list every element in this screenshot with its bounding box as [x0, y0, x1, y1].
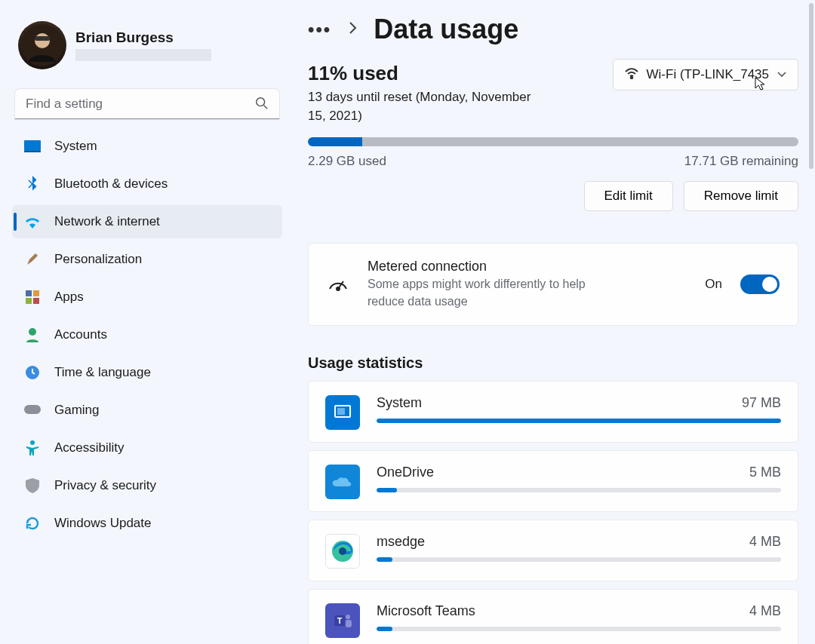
person-icon [24, 327, 41, 343]
svg-point-14 [30, 440, 35, 445]
system-app-icon [325, 395, 360, 430]
svg-rect-7 [26, 290, 32, 296]
sidebar-item-update[interactable]: Windows Update [12, 507, 282, 540]
app-usage-bar [377, 419, 781, 423]
metered-title: Metered connection [368, 259, 687, 274]
sidebar-item-apps[interactable]: Apps [12, 281, 282, 314]
app-value: 5 MB [749, 465, 781, 480]
sidebar-item-label: Gaming [54, 403, 100, 418]
toggle-state-label: On [705, 277, 722, 292]
usage-summary: 11% used 13 days until reset (Monday, No… [308, 62, 798, 211]
clock-icon [24, 364, 41, 381]
svg-rect-8 [33, 290, 39, 296]
update-icon [24, 515, 41, 532]
sidebar-item-label: Time & language [54, 365, 151, 380]
sidebar-item-bluetooth[interactable]: Bluetooth & devices [12, 167, 282, 201]
svg-rect-5 [24, 140, 41, 151]
remove-limit-button[interactable]: Remove limit [684, 181, 798, 211]
edge-icon [325, 534, 360, 569]
toggle-knob [762, 277, 777, 292]
system-icon [24, 138, 41, 155]
metered-sub: Some apps might work differently to help… [368, 276, 609, 310]
sidebar-item-accessibility[interactable]: Accessibility [12, 431, 282, 465]
gauge-icon [327, 274, 349, 295]
svg-rect-19 [337, 408, 345, 415]
usage-stats-heading: Usage statistics [308, 354, 798, 372]
search-input[interactable] [15, 89, 279, 119]
svg-rect-9 [26, 298, 32, 304]
sidebar-item-label: Apps [54, 290, 84, 305]
svg-point-15 [630, 76, 632, 78]
svg-point-3 [257, 98, 265, 106]
search-icon [255, 97, 269, 113]
chevron-down-icon [777, 67, 787, 82]
avatar [18, 21, 66, 69]
app-row-msedge[interactable]: msedge4 MB [308, 520, 798, 581]
app-usage-bar [377, 488, 781, 492]
sidebar-item-system[interactable]: System [12, 130, 282, 163]
app-value: 4 MB [749, 534, 781, 550]
chevron-right-icon [348, 21, 357, 38]
app-name: Microsoft Teams [377, 603, 475, 619]
sidebar-item-label: Bluetooth & devices [54, 176, 168, 192]
app-name: msedge [377, 534, 425, 550]
sidebar-item-time[interactable]: Time & language [12, 356, 282, 389]
sidebar-item-personalization[interactable]: Personalization [12, 243, 282, 276]
sidebar-item-label: Windows Update [54, 516, 152, 531]
gamepad-icon [24, 402, 41, 419]
search-field[interactable] [15, 89, 279, 119]
user-block[interactable]: Brian Burgess [12, 15, 282, 75]
scrollbar[interactable] [809, 3, 813, 169]
apps-icon [24, 289, 41, 305]
svg-line-4 [264, 106, 268, 109]
bluetooth-icon [24, 176, 41, 192]
metered-toggle[interactable] [740, 274, 780, 294]
sidebar-item-label: Accessibility [54, 440, 125, 455]
sidebar: Brian Burgess System Bluetooth & devices… [0, 0, 294, 555]
used-label: 2.29 GB used [308, 154, 386, 169]
sidebar-item-label: Personalization [54, 252, 142, 267]
breadcrumb: ••• Data usage [308, 14, 798, 45]
app-usage-bar [377, 627, 781, 631]
onedrive-icon [325, 465, 360, 499]
wifi-icon [624, 67, 639, 83]
paintbrush-icon [24, 251, 41, 268]
wifi-icon [24, 213, 41, 230]
sidebar-item-accounts[interactable]: Accounts [12, 318, 282, 351]
sidebar-item-label: Accounts [54, 327, 107, 342]
edit-limit-button[interactable]: Edit limit [584, 181, 673, 211]
svg-point-11 [29, 328, 36, 336]
svg-rect-13 [24, 405, 41, 414]
network-selector-label: Wi-Fi (TP-LINK_7435 [647, 67, 769, 82]
user-name: Brian Burgess [75, 29, 211, 46]
mouse-cursor [755, 77, 767, 96]
app-usage-bar [377, 557, 781, 562]
svg-text:T: T [337, 616, 343, 625]
remaining-label: 17.71 GB remaining [684, 154, 798, 169]
sidebar-item-gaming[interactable]: Gaming [12, 394, 282, 427]
svg-rect-2 [35, 36, 50, 41]
sidebar-item-privacy[interactable]: Privacy & security [12, 469, 282, 502]
user-subtext [75, 49, 211, 61]
usage-progress-bar [308, 137, 798, 146]
sidebar-item-label: System [54, 139, 97, 154]
svg-rect-25 [346, 620, 352, 627]
accessibility-icon [24, 440, 41, 456]
app-row-system[interactable]: System97 MB [308, 381, 798, 443]
usage-progress-fill [308, 137, 362, 146]
metered-connection-card: Metered connection Some apps might work … [308, 243, 798, 326]
svg-point-21 [339, 547, 346, 555]
app-row-teams[interactable]: T Microsoft Teams4 MB [308, 589, 798, 644]
app-row-onedrive[interactable]: OneDrive5 MB [308, 450, 798, 512]
app-name: OneDrive [377, 465, 434, 480]
svg-point-24 [346, 615, 350, 619]
breadcrumb-ellipsis[interactable]: ••• [308, 19, 331, 40]
sidebar-item-label: Privacy & security [54, 478, 156, 493]
main-content: ••• Data usage 11% used 13 days until re… [308, 14, 798, 644]
sidebar-item-label: Network & internet [54, 214, 160, 229]
app-value: 97 MB [742, 395, 781, 411]
svg-rect-10 [33, 298, 39, 304]
page-title: Data usage [374, 14, 518, 45]
sidebar-item-network[interactable]: Network & internet [12, 205, 282, 238]
network-selector[interactable]: Wi-Fi (TP-LINK_7435 [613, 59, 798, 90]
